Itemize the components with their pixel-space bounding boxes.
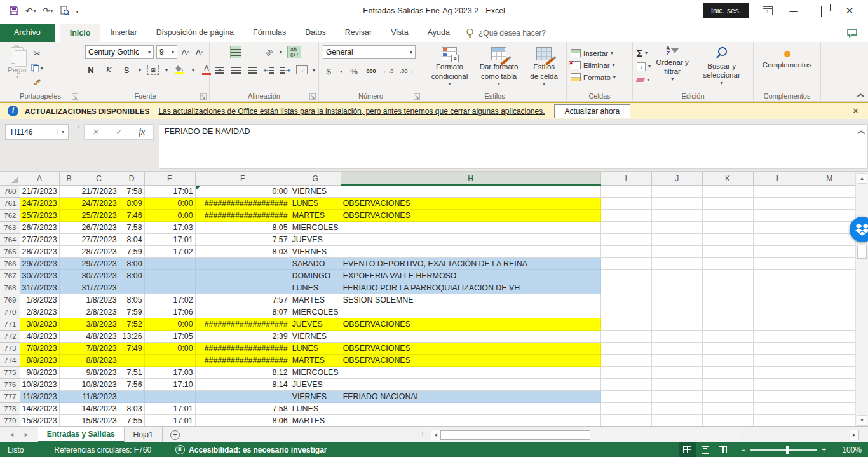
cell-C766[interactable]: 29/7/2023 bbox=[79, 257, 119, 269]
cell-F763[interactable]: 8:05 bbox=[195, 221, 290, 233]
increase-indent-icon[interactable]: ⇥ bbox=[280, 64, 291, 76]
horizontal-scrollbar[interactable] bbox=[440, 430, 742, 440]
underline-caret[interactable]: ▾ bbox=[139, 67, 141, 73]
percent-icon[interactable]: % bbox=[348, 65, 360, 78]
sign-in-button[interactable]: Inic. ses. bbox=[703, 3, 749, 18]
column-header-B[interactable]: B bbox=[59, 172, 79, 185]
cell-F776[interactable]: 8:14 bbox=[195, 378, 290, 390]
cell-E761[interactable]: 0:00 bbox=[144, 197, 195, 209]
row-header-774[interactable]: 774 bbox=[0, 354, 20, 366]
cell-D777[interactable] bbox=[119, 390, 144, 402]
cell-G777[interactable]: VIERNES bbox=[290, 390, 341, 402]
cell-E768[interactable] bbox=[144, 282, 195, 294]
cell-F766[interactable] bbox=[195, 257, 290, 269]
column-header-D[interactable]: D bbox=[119, 172, 144, 185]
cell-F777[interactable] bbox=[195, 390, 290, 402]
column-header-A[interactable]: A bbox=[20, 172, 59, 185]
format-as-table-button[interactable]: Dar formato como tabla ▾ bbox=[473, 44, 524, 90]
zoom-slider[interactable] bbox=[750, 449, 817, 451]
cell-L775[interactable] bbox=[753, 366, 804, 378]
cell-D763[interactable]: 7:58 bbox=[119, 221, 144, 233]
cell-G769[interactable]: MARTES bbox=[290, 294, 341, 306]
cell-D776[interactable]: 7:56 bbox=[119, 378, 144, 390]
cell-M765[interactable] bbox=[804, 245, 855, 257]
cell-E776[interactable]: 17:10 bbox=[144, 378, 195, 390]
cell-H774[interactable]: OBSERVACIONES bbox=[341, 354, 600, 366]
scroll-up-icon[interactable]: ▲ bbox=[857, 173, 867, 184]
cell-A768[interactable]: 31/7/2023 bbox=[20, 282, 59, 294]
cell-J776[interactable] bbox=[651, 378, 702, 390]
align-center-icon[interactable] bbox=[230, 64, 241, 76]
cell-D762[interactable]: 7:46 bbox=[119, 209, 144, 221]
cell-I773[interactable] bbox=[600, 342, 651, 354]
collapse-formula-bar-icon[interactable]: ❯ bbox=[857, 130, 865, 135]
copy-icon[interactable]: ▾ bbox=[31, 62, 43, 74]
cell-F771[interactable]: ################### bbox=[195, 318, 290, 330]
tab-archivo[interactable]: Archivo bbox=[0, 24, 55, 42]
cell-E777[interactable] bbox=[144, 390, 195, 402]
orientation-caret[interactable]: ▾ bbox=[280, 50, 282, 55]
merge-caret[interactable]: ▾ bbox=[313, 67, 315, 73]
portapapeles-dialog-launcher[interactable]: ↘ bbox=[72, 93, 78, 100]
align-top-icon[interactable] bbox=[214, 46, 225, 58]
cell-C777[interactable]: 11/8/2023 bbox=[79, 390, 119, 402]
cell-B766[interactable] bbox=[59, 257, 79, 269]
cell-B772[interactable] bbox=[59, 330, 79, 342]
cell-I771[interactable] bbox=[600, 318, 651, 330]
cell-J765[interactable] bbox=[651, 245, 702, 257]
cell-K762[interactable] bbox=[702, 209, 753, 221]
cell-C774[interactable]: 8/8/2023 bbox=[79, 354, 119, 366]
ribbon-display-options-icon[interactable] bbox=[763, 6, 773, 15]
cell-K774[interactable] bbox=[702, 354, 753, 366]
formula-bar-splitter[interactable]: ⋮ bbox=[75, 126, 82, 129]
cell-K778[interactable] bbox=[702, 402, 753, 414]
row-header-763[interactable]: 763 bbox=[0, 221, 20, 233]
cell-F778[interactable]: 7:58 bbox=[195, 402, 290, 414]
cell-A774[interactable]: 8/8/2023 bbox=[20, 354, 59, 366]
cell-D766[interactable]: 8:00 bbox=[119, 257, 144, 269]
cell-D770[interactable]: 7:59 bbox=[119, 306, 144, 318]
cell-B768[interactable] bbox=[59, 282, 79, 294]
vertical-scroll-thumb[interactable] bbox=[857, 245, 867, 259]
cell-K775[interactable] bbox=[702, 366, 753, 378]
notification-close-icon[interactable]: ✕ bbox=[852, 106, 859, 116]
cell-K765[interactable] bbox=[702, 245, 753, 257]
cell-J775[interactable] bbox=[651, 366, 702, 378]
cell-D778[interactable]: 8:03 bbox=[119, 402, 144, 414]
cell-L776[interactable] bbox=[753, 378, 804, 390]
cell-A761[interactable]: 24/7/2023 bbox=[20, 197, 59, 209]
cell-F779[interactable]: 8:06 bbox=[195, 414, 290, 426]
cell-L763[interactable] bbox=[753, 221, 804, 233]
row-header-776[interactable]: 776 bbox=[0, 378, 20, 390]
cell-H760[interactable] bbox=[341, 185, 600, 197]
cell-B777[interactable] bbox=[59, 390, 79, 402]
row-header-772[interactable]: 772 bbox=[0, 330, 20, 342]
cell-M771[interactable] bbox=[804, 318, 855, 330]
cell-C764[interactable]: 27/7/2023 bbox=[79, 233, 119, 245]
cell-B761[interactable] bbox=[59, 197, 79, 209]
normal-view-icon[interactable] bbox=[679, 442, 696, 457]
cell-D768[interactable] bbox=[119, 282, 144, 294]
cell-F764[interactable]: 7:57 bbox=[195, 233, 290, 245]
cell-J764[interactable] bbox=[651, 233, 702, 245]
cell-J761[interactable] bbox=[651, 197, 702, 209]
cell-E769[interactable]: 17:02 bbox=[144, 294, 195, 306]
autosum-button[interactable]: Σ▾ bbox=[637, 47, 651, 59]
insert-cells-button[interactable]: Insertar▾ bbox=[571, 47, 628, 59]
cell-D775[interactable]: 7:51 bbox=[119, 366, 144, 378]
column-header-G[interactable]: G bbox=[290, 172, 341, 185]
grow-font-icon[interactable]: A˄ bbox=[180, 46, 191, 58]
merge-center-icon[interactable]: ↔ bbox=[296, 65, 308, 74]
cell-K772[interactable] bbox=[702, 330, 753, 342]
cell-J770[interactable] bbox=[651, 306, 702, 318]
cell-M770[interactable] bbox=[804, 306, 855, 318]
cell-B775[interactable] bbox=[59, 366, 79, 378]
name-box-caret[interactable]: ▾ bbox=[57, 129, 68, 135]
cell-E766[interactable] bbox=[144, 257, 195, 269]
cell-H769[interactable]: SESION SOLEMNE bbox=[341, 294, 600, 306]
circular-references-status[interactable]: Referencias circulares: F760 bbox=[54, 446, 151, 454]
cell-D765[interactable]: 7:59 bbox=[119, 245, 144, 257]
cell-J768[interactable] bbox=[651, 282, 702, 294]
cell-I764[interactable] bbox=[600, 233, 651, 245]
align-right-icon[interactable] bbox=[247, 64, 258, 76]
